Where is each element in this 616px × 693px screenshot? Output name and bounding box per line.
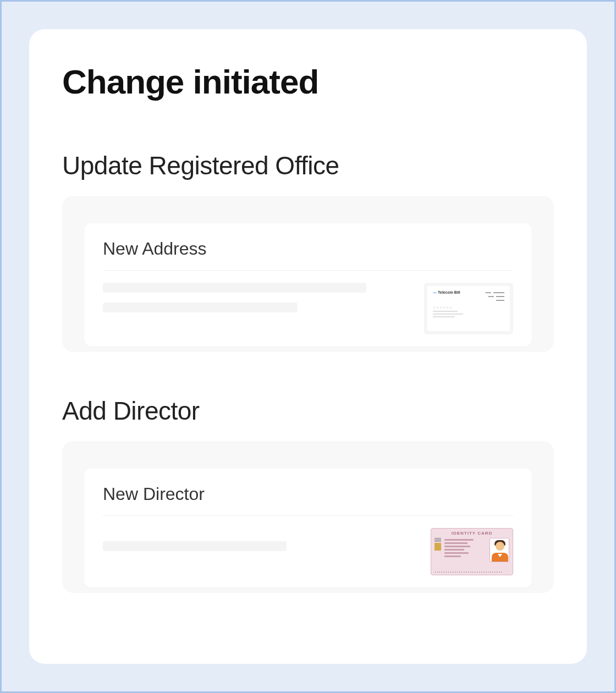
id-photo-icon (490, 538, 509, 562)
director-content-row: IDENTITY CARD (103, 528, 513, 575)
document-thumbnail-bill: —Telecom Bill ▬▬ ▬▬▬▬ ▬▬ ▬▬▬ ▬▬▬ ∿∿∿∿∿∿ (424, 283, 513, 334)
address-content-row: —Telecom Bill ▬▬ ▬▬▬▬ ▬▬ ▬▬▬ ▬▬▬ ∿∿∿∿∿∿ (103, 283, 513, 334)
section-panel-office: New Address —Telecom Bill ▬▬ ▬▬▬▬ (62, 196, 554, 352)
skeleton-line (103, 302, 298, 312)
section-title-office: Update Registered Office (62, 151, 554, 180)
skeleton-line (103, 541, 287, 551)
section-title-director: Add Director (62, 396, 554, 426)
skeleton-line (103, 283, 366, 293)
page-frame: Change initiated Update Registered Offic… (0, 0, 616, 693)
document-thumbnail-id: IDENTITY CARD (431, 528, 513, 575)
main-card: Change initiated Update Registered Offic… (29, 29, 587, 664)
id-card-label: IDENTITY CARD (431, 529, 513, 536)
director-card: New Director IDENTITY CARD (84, 469, 532, 587)
address-placeholder-text (103, 283, 402, 322)
director-card-title: New Director (103, 484, 513, 504)
divider (103, 515, 513, 516)
bill-brand-label: Telecom Bill (438, 290, 460, 294)
bill-meta-placeholder: ▬▬ ▬▬▬▬ ▬▬ ▬▬▬ ▬▬▬ (486, 290, 504, 302)
address-card-title: New Address (103, 239, 513, 259)
page-title: Change initiated (62, 62, 554, 101)
section-panel-director: New Director IDENTITY CARD (62, 441, 554, 593)
director-placeholder-text (103, 528, 409, 561)
divider (103, 270, 513, 271)
address-card: New Address —Telecom Bill ▬▬ ▬▬▬▬ (84, 223, 532, 346)
identity-card-icon: IDENTITY CARD (431, 528, 513, 575)
telecom-bill-icon: —Telecom Bill ▬▬ ▬▬▬▬ ▬▬ ▬▬▬ ▬▬▬ ∿∿∿∿∿∿ (427, 286, 510, 331)
bill-lines-placeholder (433, 311, 504, 317)
